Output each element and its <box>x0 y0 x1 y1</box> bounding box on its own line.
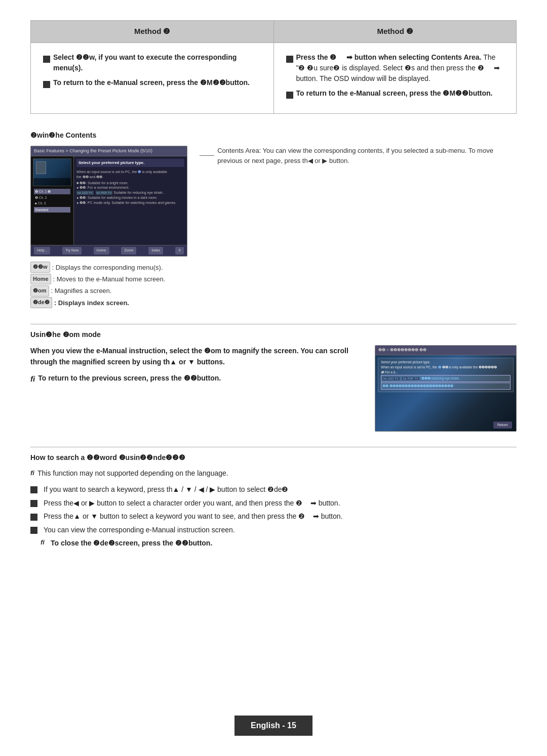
bullet-idx-4 <box>30 527 37 534</box>
screen-content-text: When an input source is set to PC, the ❷… <box>76 169 184 206</box>
zoom-sub-item: fi To return to the previous screen, pre… <box>30 373 363 385</box>
screen-display: Basic Features > Changing the Preset Pic… <box>30 146 187 257</box>
legend-key-2: Home <box>30 274 51 285</box>
index-section: How to search a ❷❷word ❷usin❷❷nde❷❷❷ fi … <box>30 452 517 550</box>
method1-content: Select ❷❷w, if you want to execute the c… <box>31 43 274 113</box>
close-btn[interactable]: X <box>175 247 184 255</box>
legend-item-3: ❷om : Magnifies a screen. <box>30 285 187 297</box>
index-note: fi This function may not supported depen… <box>30 468 517 479</box>
trynow-btn[interactable]: Try Now <box>62 247 82 255</box>
legend-list: ❷❷w : Displays the corresponding menu(s)… <box>30 262 187 309</box>
method2-item1-text: Press the ❷ ➡ button when selecting Cont… <box>296 52 504 84</box>
arrow-connector: Contents Area: You can view the correspo… <box>200 146 517 166</box>
bullet-icon-1 <box>43 56 50 63</box>
index-item-2: Press the◀ or ▶ button to select a chara… <box>30 496 517 510</box>
zoom-screen-body: Select your preferred picture type. When… <box>375 355 516 431</box>
bullet-idx-2 <box>30 500 37 507</box>
viewing-section: ❷win❷he Contents Basic Features > Changi… <box>30 130 517 309</box>
screen-mock: Basic Features > Changing the Preset Pic… <box>30 146 187 309</box>
zoom-inner: When you view the e-Manual instruction, … <box>30 345 517 432</box>
zoom-bg: Select your preferred picture type. When… <box>375 355 516 431</box>
bullet-icon-2 <box>43 81 50 88</box>
index-title: How to search a ❷❷word ❷usin❷❷nde❷❷❷ <box>30 452 517 463</box>
zoom-overlay: Select your preferred picture type. When… <box>378 358 514 392</box>
index-item3-text: Press the▲ or ▼ button to select a keywo… <box>44 510 342 523</box>
zoom-return-btn[interactable]: Return <box>493 422 512 429</box>
legend-desc-2: : Moves to the e-Manual home screen. <box>53 273 166 285</box>
zoom-screen-top: ❷❷ > ❷❷❷❷❷❷❷❷ ❷❷ <box>375 346 516 355</box>
index-item-1: If you want to search a keyword, press t… <box>30 483 517 496</box>
contents-description: Contents Area: You can view the correspo… <box>200 146 517 170</box>
legend-key-1: ❷❷w <box>30 262 50 273</box>
method2-item2-text: To return to the e-Manual screen, press … <box>296 88 493 99</box>
footer-text: English - 15 <box>235 716 312 736</box>
zoom-section: Usin❷he ❷om mode When you view the e-Man… <box>30 329 517 432</box>
legend-key-4: ❷de❷ <box>30 297 52 308</box>
fi-icon: fi <box>30 373 35 385</box>
help-btn[interactable]: Help... <box>34 247 50 255</box>
legend-item-1: ❷❷w : Displays the corresponding menu(s)… <box>30 262 187 273</box>
screen-content-area: Select your preferred picture type. When… <box>74 156 187 245</box>
method1-item1-text: Select ❷❷w, if you want to execute the c… <box>53 52 261 73</box>
bullet-icon-3 <box>286 56 293 63</box>
viewing-title: ❷win❷he Contents <box>30 130 517 141</box>
index-item-4: You can view the corresponding e-Manual … <box>30 523 517 537</box>
method1-header: Method ❷ <box>31 21 274 43</box>
method2-content: Press the ❷ ➡ button when selecting Cont… <box>274 43 517 113</box>
bullet-icon-4 <box>286 92 293 99</box>
footer: English - 15 <box>0 716 547 736</box>
fi-icon-note: fi <box>30 468 34 478</box>
index-list: If you want to search a keyword, press t… <box>30 483 517 550</box>
home-btn[interactable]: Home <box>94 247 109 255</box>
divider-1 <box>30 324 517 324</box>
zoom-title: Usin❷he ❷om mode <box>30 329 517 340</box>
zoom-line-3: ❷ For a b... <box>381 370 511 375</box>
method-table: Method ❷ Method ❷ Select ❷❷w, if you wan… <box>30 20 517 114</box>
zoom-line-1: Select your preferred picture type. <box>381 360 511 365</box>
index-item5-text: To close the ❷de❷screen, press the ❷❷but… <box>51 536 212 550</box>
zoom-main-text: When you view the e-Manual instruction, … <box>30 345 363 368</box>
index-item2-text: Press the◀ or ▶ button to select a chara… <box>44 496 340 510</box>
zoom-highlight-1: for LED TV for PDF TV ❷❷❷ reducing eye s… <box>381 375 511 382</box>
fi-icon-idx: fi <box>41 536 45 549</box>
bullet-idx-3 <box>30 514 37 521</box>
divider-2 <box>30 447 517 447</box>
screen-topbar: Basic Features > Changing the Preset Pic… <box>31 146 187 157</box>
zoom-highlight-2: ❷❷ ❷❷❷❷❷❷❷❷❷❷❷❷❷❷❷❷❷❷❷❷❷ <box>381 383 511 390</box>
zoom-line-2: When an input source is set to PC, the ❷… <box>381 365 511 370</box>
screen-bottom-bar: Help... Try Now Home Zoom Index X <box>31 245 187 256</box>
zoom-sub-text: To return to the previous screen, press … <box>38 373 221 384</box>
zoom-btn[interactable]: Zoom <box>121 247 136 255</box>
index-btn[interactable]: Index <box>148 247 163 255</box>
method2-item-1: Press the ❷ ➡ button when selecting Cont… <box>286 52 504 84</box>
index-item1-text: If you want to search a keyword, press t… <box>44 483 288 496</box>
legend-item-2: Home : Moves to the e-Manual home screen… <box>30 273 187 285</box>
zoom-screenshot: ❷❷ > ❷❷❷❷❷❷❷❷ ❷❷ Select your preferred p… <box>375 345 517 432</box>
zoom-text: When you view the e-Manual instruction, … <box>30 345 363 389</box>
contents-area-desc: Contents Area: You can view the correspo… <box>217 146 517 166</box>
screen-body: ❷ Ch. 1 ❷ ❷ Ch. 2 ■ Ch. 3 Standard Selec… <box>31 156 187 245</box>
method1-item-1: Select ❷❷w, if you want to execute the c… <box>43 52 261 73</box>
screen-content-title: Select your preferred picture type. <box>76 159 184 167</box>
index-item-5: fi To close the ❷de❷screen, press the ❷❷… <box>30 536 517 550</box>
method2-item-2: To return to the e-Manual screen, press … <box>286 88 504 100</box>
index-item-3: Press the▲ or ▼ button to select a keywo… <box>30 510 517 523</box>
bullet-idx-1 <box>30 486 37 493</box>
method1-item-2: To return to the e-Manual screen, press … <box>43 77 261 90</box>
legend-desc-3: : Magnifies a screen. <box>51 285 112 297</box>
index-note-text: This function may not supported dependin… <box>37 468 228 479</box>
legend-desc-4: : Displays index screen. <box>54 297 129 309</box>
method2-header: Method ❷ <box>274 21 517 43</box>
viewing-inner: Basic Features > Changing the Preset Pic… <box>30 146 517 309</box>
method1-item2-text: To return to the e-Manual screen, press … <box>53 77 250 88</box>
index-item4-text: You can view the corresponding e-Manual … <box>44 523 235 537</box>
legend-key-3: ❷om <box>30 285 49 297</box>
legend-item-4: ❷de❷ : Displays index screen. <box>30 297 187 309</box>
legend-desc-1: : Displays the corresponding menu(s). <box>52 262 163 273</box>
